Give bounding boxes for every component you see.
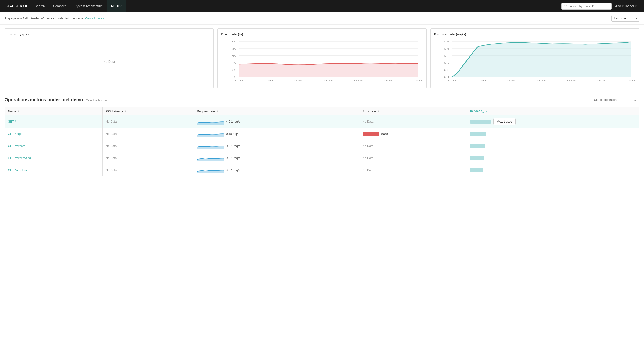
request-rate-chart-card: Request rate (req/s) 0.6 0.5 0.4 0.3 0.2 <box>430 28 640 88</box>
cell-name: GET / <box>5 116 102 128</box>
cell-name: GET /owners/find <box>5 152 102 164</box>
main-content: Aggregation of all "otel-demo" metrics i… <box>0 12 644 340</box>
ops-search-input[interactable] <box>594 98 632 102</box>
col-request-rate: Request rate ⇅ <box>194 107 359 116</box>
svg-text:21:33: 21:33 <box>447 79 456 82</box>
trace-lookup-input[interactable] <box>568 5 608 8</box>
navbar: JAEGER UI SearchCompareSystem Architectu… <box>0 0 644 12</box>
ops-search-box[interactable] <box>592 97 640 103</box>
svg-text:0.6: 0.6 <box>444 40 450 43</box>
request-rate-svg: 0.6 0.5 0.4 0.3 0.2 0.1 21:33 21:41 21:5… <box>434 39 636 84</box>
impact-bar <box>470 144 485 148</box>
svg-text:100: 100 <box>230 40 237 43</box>
svg-text:0.4: 0.4 <box>444 55 450 57</box>
error-pct-label: 100% <box>381 132 388 136</box>
view-traces-button[interactable]: View traces <box>494 118 516 125</box>
cell-request-rate: < 0.1 req/s <box>194 140 359 152</box>
trace-lookup-box[interactable] <box>562 3 612 10</box>
time-select[interactable]: Last HourLast 6 HoursLast 24 HoursLast 7… <box>612 15 640 22</box>
table-row: GET /No Data < 0.1 req/s No Data View tr… <box>5 116 640 128</box>
nav-items: SearchCompareSystem ArchitectureMonitor <box>30 0 126 12</box>
request-rate-label: < 0.1 req/s <box>226 168 240 172</box>
table-body: GET /No Data < 0.1 req/s No Data View tr… <box>5 116 640 176</box>
latency-chart-card: Latency (μs) No Data <box>4 28 214 88</box>
table-row: GET /oupsNo Data 0.18 req/s 100% <box>5 128 640 140</box>
svg-text:60: 60 <box>232 55 236 57</box>
svg-text:21:33: 21:33 <box>234 79 244 82</box>
cell-latency: No Data <box>102 152 194 164</box>
operations-section: Operations metrics under otel-demo Over … <box>0 92 644 181</box>
nav-item-system-architecture[interactable]: System Architecture <box>70 0 107 12</box>
error-rate-chart-area: 100 80 60 40 20 0 21:33 21:41 21:50 21:5… <box>221 39 422 84</box>
svg-text:22:23: 22:23 <box>412 79 422 82</box>
svg-point-0 <box>565 5 566 7</box>
brand-logo: JAEGER UI <box>4 4 30 8</box>
sparkline-wrapper: 0.18 req/s <box>197 131 356 137</box>
table-header: Name ⇅ P95 Latency ⇅ Request rate ⇅ Erro… <box>5 107 640 116</box>
svg-text:22:23: 22:23 <box>625 79 635 82</box>
svg-text:21:41: 21:41 <box>476 79 486 82</box>
svg-text:22:15: 22:15 <box>596 79 606 82</box>
error-bar <box>362 132 379 136</box>
ops-subtitle: Over the last hour <box>86 99 109 102</box>
about-jaeger-link[interactable]: About Jaeger ▾ <box>612 4 640 8</box>
svg-text:0: 0 <box>234 76 237 78</box>
request-rate-sort-icon[interactable]: ⇅ <box>217 110 218 113</box>
col-p95-latency: P95 Latency ⇅ <box>102 107 194 116</box>
impact-sort-icon[interactable]: ▾ <box>486 110 487 113</box>
cell-latency: No Data <box>102 164 194 176</box>
svg-text:21:58: 21:58 <box>323 79 333 82</box>
impact-bar <box>470 132 486 136</box>
cell-latency: No Data <box>102 140 194 152</box>
cell-name: GET /vets.html <box>5 164 102 176</box>
svg-text:21:58: 21:58 <box>536 79 546 82</box>
sparkline-svg <box>197 155 224 161</box>
latency-chart-title: Latency (μs) <box>8 32 210 36</box>
cell-impact-outer <box>467 140 639 152</box>
impact-bar <box>470 156 484 160</box>
sparkline-wrapper: < 0.1 req/s <box>197 118 356 125</box>
aggregation-text: Aggregation of all "otel-demo" metrics i… <box>4 17 104 20</box>
error-rate-chart-card: Error rate (%) 100 80 60 40 20 0 <box>217 28 426 88</box>
time-select-wrapper: Last HourLast 6 HoursLast 24 HoursLast 7… <box>612 15 640 22</box>
error-rate-svg: 100 80 60 40 20 0 21:33 21:41 21:50 21:5… <box>221 39 422 84</box>
svg-text:0.3: 0.3 <box>444 62 450 64</box>
request-rate-label: < 0.1 req/s <box>226 156 240 160</box>
sparkline-wrapper: < 0.1 req/s <box>197 155 356 161</box>
operations-table: Name ⇅ P95 Latency ⇅ Request rate ⇅ Erro… <box>4 107 640 176</box>
cell-latency: No Data <box>102 116 194 128</box>
ops-title: Operations metrics under otel-demo <box>4 97 83 102</box>
top-bar: Aggregation of all "otel-demo" metrics i… <box>0 12 644 25</box>
nav-item-search[interactable]: Search <box>30 0 49 12</box>
nav-item-compare[interactable]: Compare <box>49 0 70 12</box>
error-rate-chart-title: Error rate (%) <box>221 32 422 36</box>
table-row: GET /vets.htmlNo Data < 0.1 req/s No Dat… <box>5 164 640 176</box>
svg-text:40: 40 <box>232 62 236 64</box>
cell-impact-outer <box>467 152 639 164</box>
p95-sort-icon[interactable]: ⇅ <box>125 110 126 113</box>
cell-latency: No Data <box>102 128 194 140</box>
svg-text:20: 20 <box>232 69 236 71</box>
view-all-traces-link[interactable]: View all traces <box>85 17 104 20</box>
cell-error-rate: No Data <box>359 140 467 152</box>
cell-error-rate: 100% <box>359 128 467 140</box>
request-rate-chart-title: Request rate (req/s) <box>434 32 636 36</box>
sparkline-svg <box>197 167 224 173</box>
name-sort-icon[interactable]: ⇅ <box>18 110 20 113</box>
svg-text:22:06: 22:06 <box>566 79 576 82</box>
col-name: Name ⇅ <box>5 107 102 116</box>
svg-text:22:15: 22:15 <box>383 79 392 82</box>
nav-item-monitor[interactable]: Monitor <box>107 0 126 12</box>
svg-line-1 <box>566 7 567 7</box>
impact-info-icon: i <box>481 110 484 113</box>
svg-text:21:41: 21:41 <box>264 79 274 82</box>
svg-text:21:50: 21:50 <box>506 79 516 82</box>
cell-error-rate: No Data <box>359 164 467 176</box>
cell-request-rate: < 0.1 req/s <box>194 152 359 164</box>
request-rate-label: < 0.1 req/s <box>226 144 240 148</box>
error-bar-wrapper: 100% <box>362 132 464 136</box>
svg-line-41 <box>636 100 637 101</box>
svg-text:80: 80 <box>232 47 236 50</box>
error-rate-sort-icon[interactable]: ⇅ <box>378 110 380 113</box>
svg-point-40 <box>634 99 636 100</box>
